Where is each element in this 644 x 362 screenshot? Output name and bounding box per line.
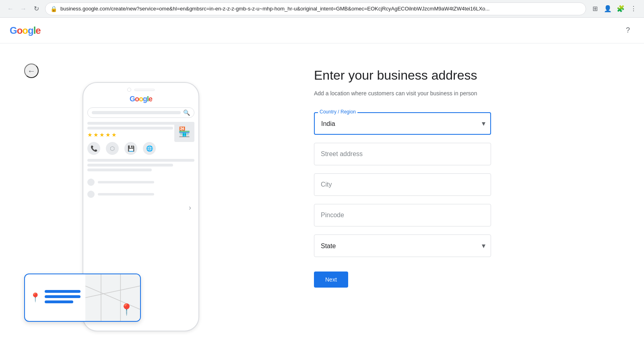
phone-search-text	[92, 111, 181, 114]
map-card-left: 📍	[25, 274, 85, 321]
map-pin-right-icon: 📍	[120, 303, 134, 316]
back-button[interactable]: ←	[5, 3, 16, 14]
country-field: Country / Region India United States Uni…	[314, 112, 596, 135]
star-1: ★	[87, 132, 93, 138]
phone-stars: ★ ★ ★ ★ ★	[87, 132, 170, 138]
state-field: State Maharashtra Delhi Karnataka ▾	[314, 234, 596, 257]
street-input[interactable]	[314, 143, 491, 165]
nav-buttons: ← → ↻	[5, 3, 42, 14]
extensions-button[interactable]: ⊞	[589, 3, 601, 14]
google-logo: Google	[10, 25, 41, 36]
refresh-button[interactable]: ↻	[31, 3, 42, 14]
country-select[interactable]: India United States United Kingdom	[314, 112, 491, 135]
browser-actions: ⊞ 👤 🧩 ⋮	[589, 3, 639, 14]
pincode-input[interactable]	[314, 204, 491, 226]
svg-line-1	[85, 286, 140, 298]
star-5: ★	[111, 132, 117, 138]
phone-nav-icon: ⬡	[106, 142, 119, 155]
browser-chrome: ← → ↻ 🔒 business.google.com/create/new?s…	[0, 0, 644, 18]
phone-call-icon: 📞	[87, 142, 100, 155]
city-field	[314, 173, 596, 196]
phone-speaker	[134, 89, 155, 91]
logo-o1: o	[17, 25, 23, 36]
menu-button[interactable]: ⋮	[628, 3, 639, 14]
city-input[interactable]	[314, 173, 491, 196]
phone-search-bar: 🔍	[87, 107, 194, 118]
pincode-field	[314, 204, 596, 226]
phone-small-icon-2	[87, 191, 95, 198]
phone-small-icon-1	[87, 179, 95, 186]
star-2: ★	[93, 132, 99, 138]
phone-icon-line-2	[87, 191, 194, 198]
phone-chevron-icon: ›	[189, 204, 191, 212]
back-arrow-icon: ←	[27, 66, 35, 76]
help-icon: ?	[626, 26, 630, 35]
back-arrow-button[interactable]: ←	[24, 64, 39, 78]
page-body: ← Google 🔍 🏪	[0, 43, 644, 362]
phone-top	[83, 83, 198, 95]
form-subtitle: Add a location where customers can visit…	[314, 89, 596, 98]
map-card-line-1	[45, 290, 80, 293]
star-4: ★	[105, 132, 111, 138]
logo-g2: g	[28, 25, 33, 36]
phone-icon-line-1	[87, 179, 194, 186]
logo-o2: o	[22, 25, 28, 36]
address-bar[interactable]: 🔒 business.google.com/create/new?service…	[45, 2, 586, 15]
phone-screen: Google 🔍 🏪 ★ ★ ★ ★	[83, 95, 198, 171]
country-select-wrapper: Country / Region India United States Uni…	[314, 112, 491, 135]
state-select[interactable]: State Maharashtra Delhi Karnataka	[314, 234, 491, 257]
phone-content-area: 🏪 ★ ★ ★ ★ ★	[87, 122, 194, 138]
profile-button[interactable]: 👤	[602, 3, 613, 14]
star-3: ★	[99, 132, 105, 138]
left-panel: ← Google 🔍 🏪	[0, 43, 282, 362]
phone-share-icon: 🌐	[143, 142, 156, 155]
map-card-line-3	[45, 300, 73, 303]
map-pin-left-icon: 📍	[30, 292, 41, 303]
logo-g: G	[10, 25, 17, 36]
url-text: business.google.com/create/new?service=o…	[60, 6, 581, 12]
map-card-line-2	[45, 295, 80, 298]
phone-line-5	[87, 169, 152, 171]
phone-google-logo: Google	[87, 95, 194, 103]
state-select-wrapper: State Maharashtra Delhi Karnataka ▾	[314, 234, 491, 257]
phone-search-icon: 🔍	[183, 109, 190, 116]
lock-icon: 🔒	[50, 6, 57, 12]
map-card-lines	[45, 290, 80, 306]
form-title: Enter your business address	[314, 68, 596, 83]
phone-action-icons: 📞 ⬡ 💾 🌐	[87, 142, 194, 155]
right-panel: Enter your business address Add a locati…	[282, 43, 644, 362]
phone-line-3	[87, 159, 194, 162]
phone-line-2	[87, 127, 173, 130]
page-header: Google ?	[0, 18, 644, 43]
phone-more-content	[87, 159, 194, 171]
map-card-right: 📍	[85, 274, 140, 321]
forward-button[interactable]: →	[18, 3, 29, 14]
phone-business-icon: 🏪	[174, 122, 194, 142]
country-label: Country / Region	[318, 109, 357, 115]
phone-line-4	[87, 164, 173, 167]
help-button[interactable]: ?	[621, 24, 634, 37]
logo-e: e	[35, 25, 40, 36]
phone-bottom	[83, 175, 198, 206]
next-button[interactable]: Next	[314, 272, 348, 288]
phone-small-line-2	[98, 193, 154, 195]
phone-small-line-1	[98, 181, 154, 183]
phone-camera	[127, 88, 131, 92]
map-card: 📍 📍	[24, 274, 141, 322]
street-field	[314, 143, 596, 165]
puzzle-button[interactable]: 🧩	[615, 3, 626, 14]
phone-save-icon: 💾	[124, 142, 137, 155]
